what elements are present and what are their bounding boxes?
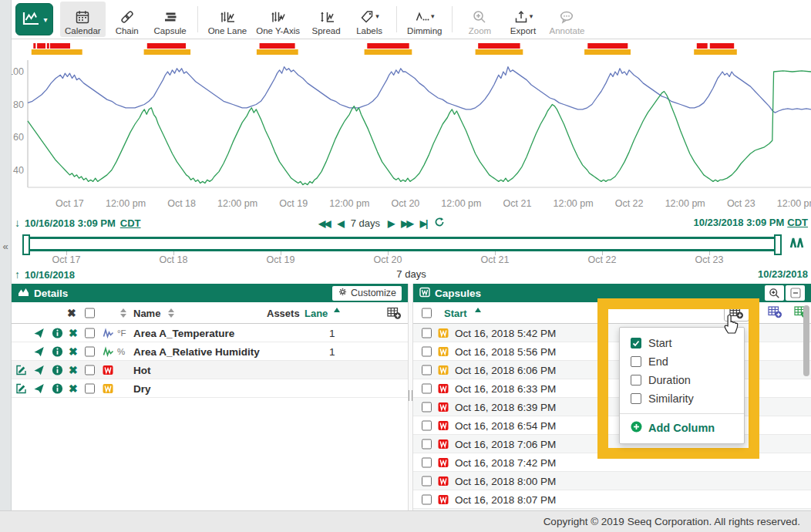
- capsule-row[interactable]: Oct 16, 2018 8:07 PM: [413, 490, 811, 509]
- pin-to-trend-icon[interactable]: [33, 382, 45, 394]
- details-row[interactable]: ✖°FArea A_Temperature1: [12, 324, 408, 342]
- row-checkbox[interactable]: [422, 365, 432, 375]
- trend-chart-area[interactable]: 100806040Oct 1712:00 pmOct 1812:00 pmOct…: [12, 39, 811, 215]
- toolbar-button-spread[interactable]: Spread: [305, 2, 348, 37]
- item-info-icon[interactable]: [52, 364, 63, 375]
- capsule-row[interactable]: Oct 16, 2018 7:42 PM: [413, 453, 811, 472]
- sort-icon[interactable]: [168, 308, 174, 318]
- sort-icon[interactable]: [120, 308, 126, 318]
- capsule-row[interactable]: Oct 16, 2018 7:06 PM: [413, 435, 811, 453]
- scrollbar-thumb[interactable]: [803, 305, 809, 376]
- step-forward-icon[interactable]: ▶: [388, 218, 393, 229]
- view-selector-button[interactable]: ▾: [15, 3, 53, 35]
- capsule-row[interactable]: Oct 16, 2018 8:00 PM: [413, 472, 811, 490]
- details-row[interactable]: ✖%Area A_Relative Humidity1: [12, 342, 408, 361]
- row-checkbox[interactable]: [422, 402, 432, 412]
- toolbar-button-one-y-axis[interactable]: One Y-Axis: [251, 2, 305, 37]
- capsule-row[interactable]: Oct 16, 2018 6:39 PM: [413, 398, 811, 416]
- row-checkbox[interactable]: [85, 383, 95, 393]
- name-column-header[interactable]: Name: [133, 307, 160, 318]
- row-checkbox[interactable]: [422, 494, 432, 504]
- toolbar-button-export[interactable]: ▾Export: [501, 2, 544, 37]
- row-checkbox[interactable]: [85, 365, 95, 375]
- capsule-row[interactable]: Oct 16, 2018 6:33 PM: [413, 379, 811, 398]
- add-column-item[interactable]: Add Column: [620, 417, 744, 439]
- collapse-panel-button[interactable]: [786, 285, 805, 301]
- column-option-start[interactable]: Start: [620, 334, 744, 352]
- row-checkbox[interactable]: [85, 346, 95, 356]
- column-option-similarity[interactable]: Similarity: [620, 389, 744, 408]
- capsule-row[interactable]: Oct 16, 2018 6:54 PM: [413, 416, 811, 435]
- pin-to-trend-icon[interactable]: [33, 327, 45, 338]
- row-checkbox[interactable]: [422, 346, 432, 356]
- zoom-to-capsule-button[interactable]: [765, 285, 784, 301]
- display-range-start[interactable]: 10/16/2018 3:09 PM: [25, 217, 116, 229]
- step-forward-many-icon[interactable]: ▶▶: [401, 218, 412, 229]
- column-option-duration[interactable]: Duration: [620, 371, 744, 389]
- stats-columns-icon[interactable]: [768, 305, 782, 321]
- timezone-link-start[interactable]: CDT: [120, 217, 141, 229]
- details-row[interactable]: ✖Dry: [12, 379, 408, 398]
- capsule-row[interactable]: Oct 16, 2018 5:56 PM: [413, 342, 811, 361]
- toolbar-button-one-lane[interactable]: One Lane: [204, 2, 252, 37]
- item-info-icon[interactable]: [52, 327, 63, 338]
- row-checkbox[interactable]: [422, 328, 432, 338]
- column-option-end[interactable]: End: [620, 352, 744, 371]
- expand-left-panel-handle[interactable]: «: [0, 241, 11, 252]
- toolbar-button-calendar[interactable]: Calendar: [60, 2, 106, 37]
- customize-button[interactable]: Customize: [332, 286, 402, 301]
- item-name[interactable]: Dry: [133, 382, 151, 394]
- edit-condition-icon[interactable]: [15, 382, 27, 394]
- range-duration-label[interactable]: 7 days: [351, 217, 380, 229]
- item-info-icon[interactable]: [52, 345, 63, 357]
- choose-columns-button[interactable]: [724, 304, 749, 322]
- selected-range-window[interactable]: [26, 237, 781, 251]
- row-checkbox[interactable]: [422, 420, 432, 430]
- range-handle-right[interactable]: [774, 234, 782, 255]
- pin-to-trend-icon[interactable]: [33, 364, 45, 375]
- toolbar-button-annotate: Annotate: [544, 2, 589, 37]
- extend-range-start-icon[interactable]: ↓: [15, 217, 20, 229]
- svg-text:Oct 17: Oct 17: [56, 198, 84, 209]
- remove-item-icon[interactable]: ✖: [69, 345, 78, 358]
- assets-column-header[interactable]: Assets: [267, 307, 300, 318]
- details-row[interactable]: ✖Hot: [12, 361, 408, 379]
- select-all-capsules-checkbox[interactable]: [422, 308, 432, 318]
- details-add-column-icon[interactable]: [387, 306, 402, 319]
- investigate-start-icon[interactable]: ↑: [15, 268, 20, 281]
- item-name[interactable]: Hot: [133, 364, 151, 375]
- capsule-row[interactable]: Oct 16, 2018 6:06 PM: [413, 361, 811, 379]
- row-checkbox[interactable]: [422, 439, 432, 449]
- step-to-now-icon[interactable]: ▶|: [420, 218, 427, 229]
- lane-column-header[interactable]: Lane: [305, 307, 328, 318]
- toolbar-button-labels[interactable]: ▾Labels: [348, 2, 391, 37]
- start-column-header[interactable]: Start: [444, 307, 467, 318]
- row-checkbox[interactable]: [422, 457, 432, 467]
- capsules-scrollbar[interactable]: [803, 305, 810, 483]
- capsule-time-icon[interactable]: [789, 235, 806, 254]
- toolbar-button-chain[interactable]: Chain: [106, 2, 149, 37]
- item-info-icon[interactable]: [52, 382, 63, 394]
- remove-item-icon[interactable]: ✖: [69, 382, 78, 395]
- row-checkbox[interactable]: [85, 328, 95, 338]
- item-name[interactable]: Area A_Temperature: [133, 327, 234, 338]
- toolbar-button-dimming[interactable]: ▾Dimming: [402, 2, 446, 37]
- remove-item-icon[interactable]: ✖: [69, 327, 78, 339]
- panel-resize-divider[interactable]: [408, 284, 413, 511]
- timezone-link-end[interactable]: CDT: [787, 217, 808, 228]
- capsule-row[interactable]: Oct 16, 2018 5:42 PM: [413, 324, 811, 342]
- pin-to-trend-icon[interactable]: [33, 345, 45, 357]
- display-range-end[interactable]: 10/23/2018 3:09 PM: [693, 217, 784, 228]
- remove-all-icon[interactable]: ✖: [67, 307, 76, 319]
- step-back-icon[interactable]: ◀: [337, 218, 342, 229]
- refresh-icon[interactable]: [434, 217, 445, 230]
- edit-condition-icon[interactable]: [15, 364, 27, 375]
- select-all-checkbox[interactable]: [85, 308, 95, 318]
- step-back-many-icon[interactable]: ◀◀: [318, 218, 329, 229]
- range-handle-left[interactable]: [22, 234, 30, 255]
- toolbar-button-capsule[interactable]: Capsule: [149, 2, 192, 37]
- row-checkbox[interactable]: [422, 476, 432, 486]
- row-checkbox[interactable]: [422, 383, 432, 393]
- item-name[interactable]: Area A_Relative Humidity: [133, 345, 260, 357]
- remove-item-icon[interactable]: ✖: [69, 364, 78, 376]
